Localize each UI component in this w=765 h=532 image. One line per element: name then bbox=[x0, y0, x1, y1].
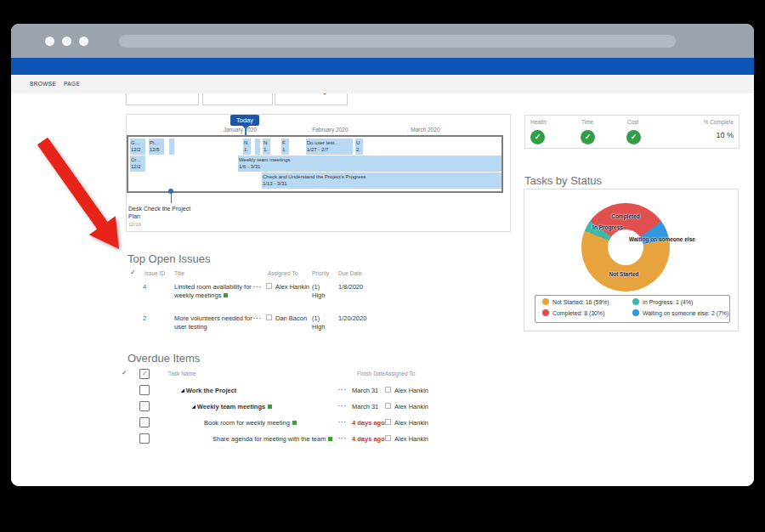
task-ellipsis-menu[interactable]: ··· bbox=[338, 387, 347, 393]
last-change-label: Last Change bbox=[275, 93, 347, 94]
gantt-bar[interactable]: U2. bbox=[355, 139, 363, 155]
issue-ellipsis-menu[interactable]: ··· bbox=[253, 284, 262, 290]
milestone-date: 12/16 bbox=[128, 222, 141, 227]
task-finish-date: March 31 bbox=[352, 403, 378, 410]
cost-ok-icon: ✓ bbox=[626, 130, 641, 144]
project-status-panel: Health Time Cost % Complete ✓ ✓ ✓ 10 % bbox=[524, 115, 740, 149]
percent-complete-value: 10 % bbox=[716, 131, 734, 139]
person-link[interactable]: Alex Hankin bbox=[394, 403, 428, 410]
tab-browse[interactable]: BROWSE bbox=[30, 81, 56, 87]
window-minimize-button[interactable] bbox=[62, 37, 71, 46]
row-checkbox[interactable] bbox=[139, 433, 150, 444]
gantt-bar[interactable]: Weekly team meetings1/6 - 3/31 bbox=[238, 156, 502, 172]
task-ellipsis-menu[interactable]: ··· bbox=[338, 435, 347, 441]
on-track-icon bbox=[328, 437, 332, 441]
gantt-bar[interactable]: Pl…12/5 bbox=[149, 139, 164, 155]
issue-assigned: Alex Hankin bbox=[266, 283, 309, 291]
person-link[interactable]: Alex Hankin bbox=[394, 435, 428, 443]
timeline-web-part: Today .January 2020 .February 2020 .Marc… bbox=[126, 114, 511, 232]
task-name[interactable]: ◢Weekly team meetings bbox=[192, 403, 272, 410]
issues-header-title[interactable]: Title bbox=[174, 270, 184, 276]
row-checkbox[interactable] bbox=[139, 417, 150, 427]
legend-dot-icon bbox=[542, 309, 549, 316]
legend-dot-icon bbox=[632, 298, 639, 305]
slice-label-waiting: Waiting on someone else bbox=[629, 236, 695, 242]
issue-due-date: 1/20/2020 bbox=[338, 314, 366, 322]
health-label: Health bbox=[530, 119, 547, 125]
issue-title[interactable]: Limited room availability for weekly mee… bbox=[174, 283, 253, 299]
overdue-header-task[interactable]: Task Name bbox=[168, 371, 196, 376]
task-ellipsis-menu[interactable]: ··· bbox=[338, 403, 347, 409]
select-all-icon[interactable]: ✓ bbox=[122, 369, 128, 376]
slice-label-not-started: Not Started bbox=[609, 271, 638, 277]
legend-dot-icon bbox=[542, 298, 549, 305]
percent-complete-label: % Complete bbox=[704, 119, 734, 125]
gantt-bar[interactable]: G…12/2 bbox=[130, 139, 145, 155]
row-checkbox[interactable] bbox=[139, 385, 150, 395]
gantt-bar[interactable]: Cr…12/2 bbox=[130, 156, 145, 172]
gantt-bar[interactable]: N1. bbox=[263, 139, 270, 155]
presence-icon bbox=[266, 314, 272, 320]
task-assigned: Alex Hankin bbox=[385, 387, 428, 394]
legend-waiting: Waiting on someone else: 2 (7%) bbox=[632, 309, 728, 316]
person-link[interactable]: Alex Hankin bbox=[394, 419, 428, 427]
issues-header-assigned[interactable]: Assigned To bbox=[268, 270, 298, 276]
issue-assigned: Dan Bacon bbox=[266, 314, 307, 322]
month-label: .February 2020 bbox=[308, 127, 348, 133]
select-all-icon[interactable]: ✓ bbox=[130, 269, 136, 276]
gantt-bar[interactable] bbox=[255, 139, 260, 155]
task-finish-date-overdue: 4 days ago bbox=[352, 419, 385, 427]
person-link[interactable]: Dan Bacon bbox=[275, 314, 307, 322]
tab-page[interactable]: PAGE bbox=[64, 81, 80, 87]
legend-dot-icon bbox=[632, 309, 639, 316]
expand-icon[interactable]: ◢ bbox=[192, 404, 196, 409]
row-checkbox[interactable] bbox=[139, 401, 150, 411]
person-link[interactable]: Alex Hankin bbox=[394, 387, 428, 394]
issues-header-id[interactable]: Issue ID bbox=[144, 270, 165, 276]
gantt-bar[interactable]: Do user test…1/27 - 2/7 bbox=[306, 139, 353, 155]
tasks-by-status-chart-panel: Completed In Progress Waiting on someone… bbox=[524, 189, 739, 331]
issue-ellipsis-menu[interactable]: ··· bbox=[253, 315, 262, 321]
task-assigned: Alex Hankin bbox=[385, 419, 428, 427]
legend-in-progress: In Progress: 1 (4%) bbox=[632, 298, 693, 305]
presence-icon bbox=[385, 419, 391, 425]
task-name[interactable]: Share agenda for meeting with the team bbox=[212, 435, 332, 443]
gantt-bar[interactable]: Check and Understand the Project's Progr… bbox=[262, 173, 502, 189]
address-bar[interactable] bbox=[119, 35, 676, 48]
task-ellipsis-menu[interactable]: ··· bbox=[338, 419, 347, 425]
on-track-icon bbox=[292, 421, 297, 425]
person-link[interactable]: Alex Hankin bbox=[275, 283, 309, 291]
today-marker[interactable]: Today bbox=[230, 115, 259, 126]
expand-icon[interactable]: ◢ bbox=[181, 388, 184, 393]
task-name[interactable]: ◢Work the Project bbox=[181, 387, 236, 394]
issues-header-due[interactable]: Due Date bbox=[338, 270, 361, 276]
current-finish-date-label: Current Finish Date bbox=[203, 93, 272, 94]
overdue-header-finish[interactable]: Finish Date bbox=[357, 371, 385, 376]
month-label: .January 2020 bbox=[219, 127, 257, 133]
gantt-bar[interactable]: N1. bbox=[243, 139, 251, 155]
task-finish-date: March 31 bbox=[352, 387, 378, 394]
cost-label: Cost bbox=[627, 119, 638, 125]
legend-completed: Completed: 8 (30%) bbox=[542, 309, 604, 316]
on-track-icon bbox=[268, 405, 272, 409]
gantt-bar[interactable]: F.1. bbox=[281, 139, 289, 155]
gantt-bar[interactable] bbox=[169, 139, 174, 155]
window-close-button[interactable] bbox=[45, 37, 54, 46]
current-finish-date-button[interactable]: Current Finish Date bbox=[202, 93, 273, 105]
late-tasks-button[interactable]: Late Tasks bbox=[126, 93, 199, 105]
issue-title[interactable]: More volunteers needed for user testing bbox=[174, 314, 253, 331]
task-name[interactable]: Book room for weekly meeting bbox=[204, 419, 297, 427]
health-ok-icon: ✓ bbox=[530, 130, 545, 144]
issue-id-link[interactable]: 2 bbox=[143, 314, 146, 322]
annotation-arrow bbox=[30, 134, 128, 262]
issue-id-link[interactable]: 4 bbox=[143, 283, 146, 291]
donut-hole bbox=[608, 229, 643, 265]
late-tasks-label: Late Tasks bbox=[127, 93, 198, 94]
header-checkbox[interactable]: ✓ bbox=[139, 369, 150, 379]
issues-header-priority[interactable]: Priority bbox=[312, 270, 329, 276]
overdue-header-assigned[interactable]: Assigned To bbox=[385, 371, 415, 376]
window-maximize-button[interactable] bbox=[79, 37, 88, 46]
browser-window: BROWSE PAGE Late Tasks Current Finish Da… bbox=[11, 24, 754, 486]
last-change-button[interactable]: Last Change bbox=[275, 93, 348, 105]
slice-label-completed: Completed bbox=[611, 213, 640, 219]
